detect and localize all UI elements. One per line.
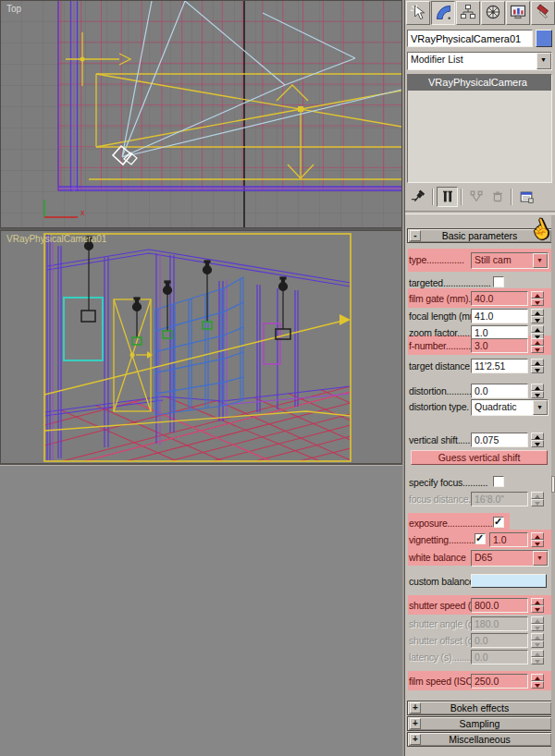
targeted-checkbox[interactable]: [493, 276, 504, 287]
remove-modifier-button[interactable]: [487, 187, 508, 207]
custom-balance-swatch[interactable]: [471, 574, 547, 588]
shutter-offset-spinner: [531, 633, 544, 648]
shutter-offset-input: 0.0: [471, 633, 528, 648]
utilities-hammer-icon: [534, 3, 552, 23]
modifier-stack-item[interactable]: VRayPhysicalCamera: [408, 75, 551, 91]
pin-stack-button[interactable]: [408, 187, 429, 207]
film-gate-spinner[interactable]: [531, 291, 544, 306]
tab-modify[interactable]: [431, 1, 455, 25]
param-row-focus-distance: focus distance......... 16'8.0": [408, 492, 552, 507]
top-viewport-wireframe: [1, 1, 401, 227]
shutter-angle-input: 180.0: [471, 616, 528, 631]
param-row-latency: latency (s)............... 0.0: [408, 650, 552, 665]
focal-length-input[interactable]: 41.0: [471, 309, 528, 323]
focus-distance-spinner: [531, 492, 544, 506]
3dsmax-window: Top x: [0, 0, 555, 756]
target-distance-spinner[interactable]: [531, 359, 544, 373]
configure-modifier-sets-button[interactable]: [515, 187, 536, 207]
vignetting-checkbox[interactable]: [475, 533, 486, 544]
latency-input: 0.0: [471, 650, 528, 665]
empty-canvas-area: [0, 465, 402, 756]
distortion-input[interactable]: 0.0: [471, 384, 528, 398]
rollout-title: Sampling: [460, 718, 500, 729]
shutter-speed-input[interactable]: 800.0: [471, 598, 528, 613]
f-number-input[interactable]: 3.0: [471, 338, 528, 353]
param-label: targeted...................: [409, 277, 491, 288]
shutter-speed-spinner[interactable]: [531, 598, 544, 613]
param-row-white-balance: white balance D65: [408, 550, 552, 566]
command-panel-tabs: [406, 1, 555, 27]
chevron-down-icon[interactable]: [536, 53, 551, 69]
film-speed-input[interactable]: 250.0: [471, 674, 528, 689]
param-row-exposure: exposure..................: [408, 516, 552, 531]
param-row-film-speed: film speed (ISO)...... 250.0: [408, 674, 552, 689]
display-icon: [509, 3, 527, 23]
param-row-type: type............... Still cam: [408, 252, 552, 268]
motion-icon: [484, 3, 502, 23]
tab-hierarchy[interactable]: [456, 1, 480, 25]
tab-create[interactable]: [406, 1, 430, 25]
tab-motion[interactable]: [481, 1, 505, 25]
param-row-custom-balance: custom balance ......: [408, 574, 552, 590]
type-dropdown[interactable]: Still cam: [471, 252, 549, 269]
vignetting-spinner[interactable]: [531, 532, 544, 547]
expand-icon[interactable]: +: [410, 702, 421, 713]
object-color-swatch[interactable]: [536, 30, 552, 47]
param-row-film-gate: film gate (mm).......... 40.0: [408, 291, 552, 307]
rollout-sampling[interactable]: + Sampling: [407, 716, 552, 731]
object-name-field[interactable]: [407, 30, 533, 47]
param-label: type...............: [409, 254, 464, 265]
param-row-vertical-shift: vertical shift............ 0.075: [408, 433, 552, 448]
tab-display[interactable]: [506, 1, 530, 25]
specify-focus-checkbox[interactable]: [493, 476, 504, 487]
toolbar-separator: [461, 189, 462, 205]
guess-vertical-shift-button[interactable]: Guess vertical shift: [411, 450, 548, 465]
viewport-top-label[interactable]: Top: [6, 4, 21, 14]
chevron-down-icon[interactable]: [533, 400, 548, 415]
viewport-top[interactable]: Top x: [0, 0, 402, 228]
rollout-bokeh-effects[interactable]: + Bokeh effects: [407, 701, 552, 715]
film-speed-spinner[interactable]: [531, 674, 544, 689]
chevron-down-icon[interactable]: [533, 551, 548, 566]
show-end-result-button[interactable]: [437, 187, 458, 207]
target-distance-input[interactable]: 11'2.51: [471, 359, 528, 373]
chevron-down-icon[interactable]: [533, 253, 548, 268]
param-row-distortion-type: distortion type. Quadratic: [408, 399, 552, 415]
create-arrow-icon: [409, 3, 427, 23]
film-gate-input[interactable]: 40.0: [471, 291, 528, 306]
vertical-shift-input[interactable]: 0.075: [471, 433, 528, 447]
camera-viewport-wireframe: [1, 231, 401, 463]
param-row-distortion: distortion.................. 0.0: [408, 384, 552, 399]
rollout-title: Basic parameters: [442, 230, 518, 241]
rollout-title: Bokeh effects: [450, 702, 509, 713]
vignetting-input[interactable]: 1.0: [489, 532, 528, 547]
viewport-camera[interactable]: VRayPhysicalCamera01: [0, 230, 402, 464]
distortion-spinner[interactable]: [531, 384, 544, 398]
panel-scrollbar[interactable]: [551, 215, 555, 756]
viewport-camera-label[interactable]: VRayPhysicalCamera01: [6, 234, 106, 244]
expand-icon[interactable]: +: [410, 718, 421, 729]
modify-icon: [434, 3, 452, 23]
f-number-spinner[interactable]: [531, 338, 544, 353]
axis-x-label: x: [80, 208, 85, 217]
param-label: white balance: [409, 552, 466, 563]
param-row-shutter-offset: shutter offset (deg). 0.0: [408, 633, 552, 649]
focal-length-spinner[interactable]: [531, 309, 544, 323]
param-row-targeted: targeted...................: [408, 275, 552, 291]
rollout-miscellaneous[interactable]: + Miscellaneous: [407, 732, 552, 747]
modifier-stack: VRayPhysicalCamera: [407, 74, 552, 183]
white-balance-dropdown[interactable]: D65: [471, 550, 549, 567]
param-label: specify focus..........: [409, 477, 487, 488]
param-row-vignetting: vignetting........... 1.0: [408, 532, 552, 548]
modifier-list-dropdown[interactable]: Modifier List: [407, 52, 552, 70]
tab-utilities[interactable]: [531, 1, 555, 25]
make-unique-button[interactable]: [465, 187, 487, 207]
collapse-icon[interactable]: -: [410, 230, 421, 241]
param-row-specify-focus: specify focus..........: [408, 475, 552, 491]
exposure-checkbox[interactable]: [493, 517, 504, 528]
vertical-shift-spinner[interactable]: [531, 433, 544, 447]
expand-icon[interactable]: +: [410, 734, 421, 745]
distortion-type-dropdown[interactable]: Quadratic: [471, 399, 549, 416]
scrollbar-thumb[interactable]: [551, 476, 555, 493]
shutter-angle-spinner: [531, 616, 544, 631]
